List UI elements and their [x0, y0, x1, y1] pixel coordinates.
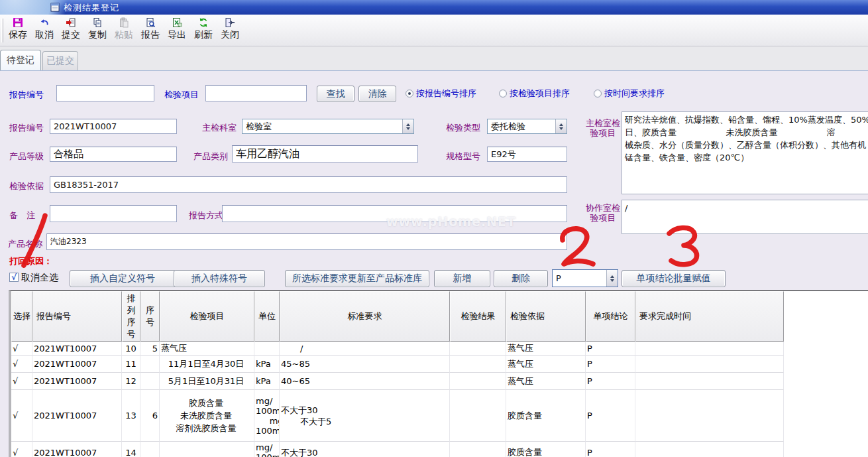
table-row[interactable]: √ 2021WT10007 12 5月1日至10月31日 kPa 40~65 蒸…	[11, 373, 868, 390]
cell-order-no[interactable]: 11	[122, 356, 140, 373]
sort-by-time-radio[interactable]: 按时间要求排序	[594, 88, 665, 99]
cell-report-no[interactable]: 2021WT10007	[32, 390, 122, 442]
cell-time[interactable]	[635, 442, 784, 457]
cell-conclusion[interactable]: P	[586, 373, 635, 390]
basis-input[interactable]	[50, 176, 567, 193]
cell-seq[interactable]: 6	[140, 390, 160, 442]
uncheck-all-checkbox[interactable]: √	[9, 273, 19, 282]
cell-unit[interactable]: kPa	[254, 356, 280, 373]
cell-report-no[interactable]: 2021WT10007	[32, 442, 122, 457]
cell-std[interactable]: 40~65	[280, 373, 450, 390]
cell-conclusion[interactable]: P	[586, 342, 635, 356]
cell-basis[interactable]: 蒸气压	[506, 356, 586, 373]
cell-report-no[interactable]: 2021WT10007	[32, 356, 122, 373]
cell-item[interactable]: 蒸气压	[160, 342, 254, 356]
cell-result[interactable]	[450, 373, 506, 390]
col-header-conclusion[interactable]: 单项结论	[586, 291, 635, 342]
product-name-input[interactable]	[46, 233, 567, 250]
cell-std[interactable]: 不大于30	[280, 442, 450, 457]
cell-basis[interactable]: 蒸气压	[506, 373, 586, 390]
remark-input[interactable]	[50, 205, 177, 222]
tab-pending[interactable]: 待登记	[0, 50, 41, 70]
cell-seq[interactable]: 5	[140, 342, 160, 356]
cell-item[interactable]: 5月1日至10月31日	[160, 373, 254, 390]
cell-seq[interactable]	[140, 373, 160, 390]
row-check[interactable]: √	[11, 373, 32, 390]
table-row[interactable]: √ 2021WT10007 13 6 胶质含量 未洗胶质含量 溶剂洗胶质含量 m…	[11, 390, 868, 442]
cell-unit[interactable]	[254, 342, 280, 356]
row-check[interactable]: √	[11, 442, 32, 457]
cell-time[interactable]	[635, 342, 784, 356]
col-header-basis[interactable]: 检验依据	[506, 291, 586, 342]
col-header-report-no[interactable]: 报告编号	[32, 291, 122, 342]
cell-result[interactable]	[450, 356, 506, 373]
cell-order-no[interactable]: 10	[122, 342, 140, 356]
cell-item[interactable]	[160, 442, 254, 457]
cell-basis[interactable]: 胶质含量	[506, 390, 586, 442]
cell-seq[interactable]	[140, 442, 160, 457]
col-header-seq[interactable]: 序号	[140, 291, 160, 342]
delete-row-button[interactable]: 删除	[494, 270, 548, 287]
cell-result[interactable]	[450, 390, 506, 442]
grade-input[interactable]	[50, 147, 177, 162]
cell-result[interactable]	[450, 342, 506, 356]
sort-by-item-radio[interactable]: 按检验项目排序	[499, 88, 570, 99]
cancel-button[interactable]: 取消	[31, 15, 58, 46]
main-dept-combo[interactable]: 检验室	[242, 119, 414, 134]
cell-time[interactable]	[635, 356, 784, 373]
col-header-item[interactable]: 检验项目	[160, 291, 254, 342]
cell-seq[interactable]	[140, 356, 160, 373]
cell-report-no[interactable]: 2021WT10007	[32, 373, 122, 390]
save-button[interactable]: 保存	[5, 15, 31, 46]
copy-button[interactable]: 复制	[84, 15, 111, 46]
cell-order-no[interactable]: 13	[122, 390, 140, 442]
col-header-order-no[interactable]: 排列序号	[122, 291, 140, 342]
clear-button[interactable]: 清除	[358, 86, 396, 102]
combo-dropdown-icon[interactable]	[402, 119, 413, 133]
col-header-std[interactable]: 标准要求	[280, 291, 450, 342]
search-report-no-input[interactable]	[56, 85, 154, 101]
cell-result[interactable]	[450, 442, 506, 457]
cell-conclusion[interactable]: P	[586, 442, 635, 457]
tab-submitted[interactable]: 已提交	[42, 51, 78, 70]
col-header-time[interactable]: 要求完成时间	[635, 291, 784, 342]
cell-unit[interactable]: mg/ 100mL mg/ 100mL	[254, 390, 280, 442]
export-button[interactable]: 导出	[164, 15, 190, 46]
cell-conclusion[interactable]: P	[586, 356, 635, 373]
cell-unit[interactable]: mg/ 100mL	[254, 442, 280, 457]
title-bar[interactable]: 检测结果登记	[0, 0, 868, 15]
cell-basis[interactable]: 蒸气压	[506, 342, 586, 356]
inspect-type-combo[interactable]: 委托检验	[487, 119, 567, 134]
cell-basis[interactable]: 胶质含量	[506, 442, 586, 457]
insert-special-symbol-button[interactable]: 插入特殊符号	[174, 270, 265, 287]
combo-dropdown-icon[interactable]	[555, 119, 567, 133]
spec-input[interactable]	[487, 147, 567, 162]
main-room-items-textarea[interactable]: 研究法辛烷值、抗爆指数、铅含量、馏程、10%蒸发温度、50%蒸 日、胶质含量 未…	[622, 111, 868, 194]
table-row[interactable]: √ 2021WT10007 14 mg/ 100mL 不大于30 胶质含量 P	[11, 442, 868, 457]
combo-dropdown-icon[interactable]	[606, 270, 618, 287]
cell-std[interactable]: 不大于30 不大于5	[280, 390, 450, 442]
cell-std[interactable]: /	[280, 342, 450, 356]
row-check[interactable]: √	[11, 390, 32, 442]
cell-time[interactable]	[635, 373, 784, 390]
col-header-unit[interactable]: 单位	[254, 291, 280, 342]
submit-button[interactable]: 提交	[58, 15, 84, 46]
cell-item[interactable]: 11月1日至4月30日	[160, 356, 254, 373]
row-check[interactable]: √	[11, 342, 32, 356]
report-no-input[interactable]	[50, 119, 177, 134]
close-button[interactable]: 关闭	[217, 15, 243, 46]
search-item-input[interactable]	[205, 85, 307, 101]
table-row[interactable]: √ 2021WT10007 11 11月1日至4月30日 kPa 45~85 蒸…	[11, 356, 868, 373]
update-standard-button[interactable]: 所选标准要求更新至产品标准库	[285, 270, 429, 287]
cell-item[interactable]: 胶质含量 未洗胶质含量 溶剂洗胶质含量	[160, 390, 254, 442]
insert-custom-symbol-button[interactable]: 插入自定义符号	[70, 270, 176, 287]
find-button[interactable]: 查找	[317, 86, 354, 102]
cell-std[interactable]: 45~85	[280, 356, 450, 373]
coop-room-items-textarea[interactable]: /	[622, 200, 868, 234]
cell-time[interactable]	[635, 390, 784, 442]
table-row[interactable]: √ 2021WT10007 10 5 蒸气压 / 蒸气压 P	[11, 342, 868, 356]
cell-conclusion[interactable]: P	[586, 390, 635, 442]
conclusion-combo[interactable]: P	[552, 269, 618, 287]
category-input[interactable]	[232, 145, 418, 163]
cell-unit[interactable]: kPa	[254, 373, 280, 390]
